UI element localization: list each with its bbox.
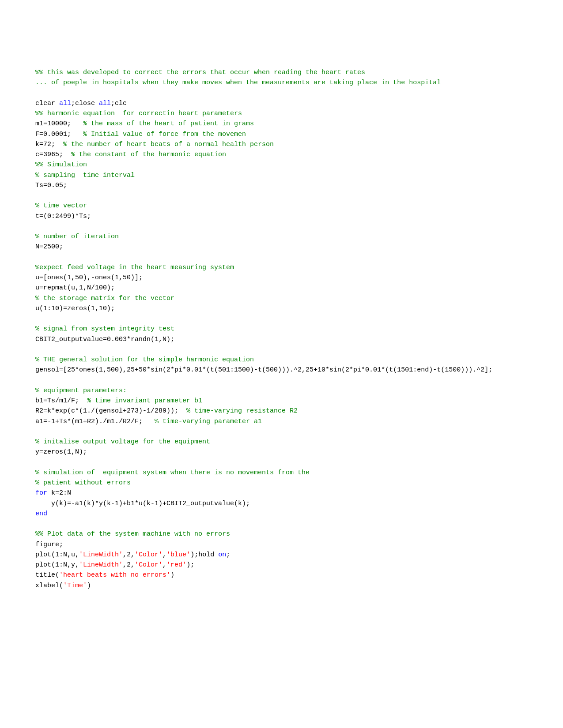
- code-line: Ts=0.05;: [35, 180, 528, 191]
- code-line: %% this was developed to correct the err…: [35, 68, 528, 78]
- code-line: [35, 519, 528, 529]
- code-line: title('heart beats with no errors'): [35, 570, 528, 580]
- code-line: ... of poeple in hospitals when they mak…: [35, 78, 528, 88]
- code-line: u=[ones(1,50),-ones(1,50)];: [35, 273, 528, 283]
- code-line: %% Plot data of the system machine with …: [35, 529, 528, 539]
- code-line: y=zeros(1,N);: [35, 447, 528, 457]
- code-line: CBIT2_outputvalue=0.003*randn(1,N);: [35, 334, 528, 345]
- code-line: u(1:10)=zeros(1,10);: [35, 304, 528, 314]
- code-line: %% harmonic equation for correctin heart…: [35, 109, 528, 119]
- code-line: %expect feed voltage in the heart measur…: [35, 263, 528, 273]
- code-editor: %% this was developed to correct the err…: [35, 26, 528, 601]
- code-line: % the storage matrix for the vector: [35, 293, 528, 304]
- code-line: c=3965; % the constant of the harmonic e…: [35, 150, 528, 160]
- code-line: end: [35, 509, 528, 519]
- code-line: figure;: [35, 540, 528, 550]
- code-line: %% Simulation: [35, 160, 528, 170]
- code-line: gensol=[25*ones(1,500),25+50*sin(2*pi*0.…: [35, 365, 528, 375]
- code-line: % simulation of equipment system when th…: [35, 468, 528, 478]
- code-line: plot(1:N,u,'LineWidth',2,'Color','blue')…: [35, 550, 528, 560]
- code-line: % patient without errors: [35, 478, 528, 488]
- code-line: plot(1:N,y,'LineWidth',2,'Color','red');: [35, 560, 528, 570]
- code-line: [35, 221, 528, 232]
- code-line: [35, 458, 528, 468]
- code-line: % sampling time interval: [35, 170, 528, 180]
- code-line: b1=Ts/m1/F; % time invariant parameter b…: [35, 396, 528, 406]
- code-content: %% this was developed to correct the err…: [35, 47, 528, 591]
- code-line: m1=10000; % the mass of the heart of pat…: [35, 119, 528, 129]
- code-line: [35, 427, 528, 437]
- code-line: y(k)=-a1(k)*y(k-1)+b1*u(k-1)+CBIT2_outpu…: [35, 499, 528, 509]
- code-line: [35, 191, 528, 201]
- code-line: k=72; % the number of heart beats of a n…: [35, 139, 528, 150]
- code-line: % time vector: [35, 201, 528, 211]
- code-line: % number of iteration: [35, 232, 528, 242]
- code-line: F=0.0001; % Initial value of force from …: [35, 129, 528, 139]
- code-line: N=2500;: [35, 242, 528, 252]
- code-line: [35, 88, 528, 98]
- code-line: for k=2:N: [35, 488, 528, 498]
- code-line: xlabel('Time'): [35, 581, 528, 591]
- code-line: R2=k*exp(c*(1./(gensol+273)-1/289)); % t…: [35, 406, 528, 416]
- code-line: % equipment parameters:: [35, 386, 528, 396]
- code-line: [35, 345, 528, 355]
- code-line: [35, 57, 528, 68]
- code-line: % signal from system integrity test: [35, 324, 528, 334]
- code-line: [35, 252, 528, 263]
- code-line: % THE general solution for the simple ha…: [35, 355, 528, 365]
- code-line: clear all;close all;clc: [35, 98, 528, 109]
- code-line: t=(0:2499)*Ts;: [35, 211, 528, 221]
- code-line: % initalise output voltage for the equip…: [35, 437, 528, 447]
- code-line: [35, 314, 528, 324]
- code-line: a1=-1+Ts*(m1+R2)./m1./R2/F; % time-varyi…: [35, 417, 528, 427]
- code-line: [35, 375, 528, 386]
- code-line: [35, 47, 528, 57]
- code-line: u=repmat(u,1,N/100);: [35, 283, 528, 293]
